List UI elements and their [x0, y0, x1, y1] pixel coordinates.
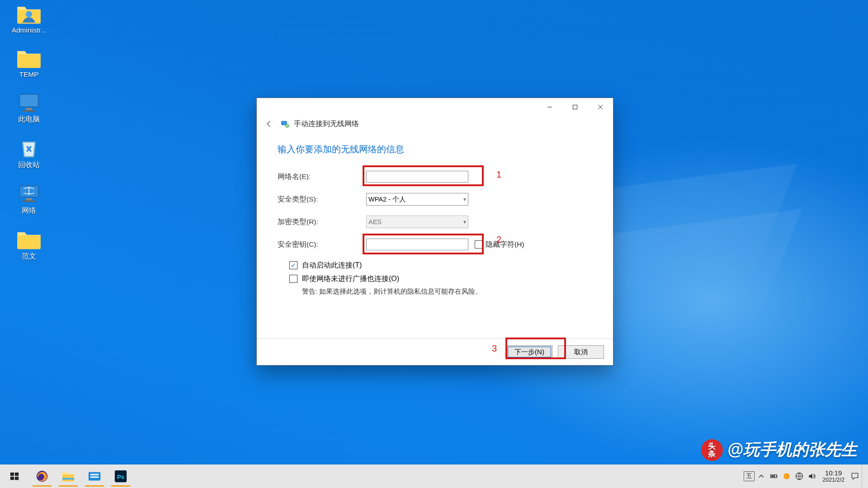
svg-rect-17	[90, 474, 99, 475]
administrator-icon[interactable]: Administr...	[6, 4, 52, 34]
tray-network-icon[interactable]	[793, 470, 805, 482]
taskbar-left: Ps	[0, 465, 133, 488]
tray-app-icon[interactable]	[781, 470, 793, 482]
back-button[interactable]	[262, 117, 276, 131]
clock-date: 2021/2/2	[822, 477, 844, 483]
svg-rect-18	[90, 476, 99, 478]
auto-start-checkbox[interactable]: ✓	[289, 261, 297, 269]
security-type-value: WPA2 - 个人	[368, 195, 406, 204]
security-type-select[interactable]: WPA2 - 个人 ▾	[366, 193, 468, 206]
tray-battery-icon[interactable]	[768, 470, 780, 482]
svg-rect-3	[23, 110, 35, 111]
wifi-manual-connect-dialog: 手动连接到无线网络 输入你要添加的无线网络的信息 网络名(E): 安全类型(S)…	[256, 98, 613, 366]
start-button[interactable]	[1, 465, 28, 488]
user-folder-icon	[16, 4, 42, 24]
action-center-icon[interactable]	[849, 470, 861, 482]
taskbar: Ps 五 10:19 2021/2/2	[0, 465, 868, 488]
taskbar-firefox[interactable]	[30, 465, 54, 487]
icon-label: 回收站	[18, 160, 40, 170]
dialog-footer: 下一步(N) 取消	[257, 338, 613, 365]
svg-point-0	[26, 11, 32, 17]
chevron-down-icon: ▾	[463, 196, 466, 202]
titlebar	[257, 98, 613, 116]
watermark-text: @玩手机的张先生	[727, 439, 857, 461]
svg-rect-6	[23, 200, 35, 202]
svg-point-9	[285, 124, 289, 127]
svg-rect-7	[573, 105, 577, 109]
network-name-field[interactable]	[366, 171, 468, 183]
watermark-badge: 头条	[701, 439, 723, 461]
maximize-button[interactable]	[562, 98, 588, 116]
dialog-body: 输入你要添加的无线网络的信息 网络名(E): 安全类型(S): WPA2 - 个…	[257, 133, 613, 338]
taskbar-settings[interactable]	[82, 465, 107, 487]
icon-label: Administr...	[12, 26, 47, 34]
svg-rect-11	[15, 473, 19, 476]
recycle-icon	[16, 138, 42, 159]
wifi-wizard-icon	[280, 119, 289, 128]
taskbar-right: 五 10:19 2021/2/2	[744, 465, 868, 488]
cancel-button[interactable]: 取消	[558, 345, 604, 359]
network-monitor-icon	[16, 183, 42, 204]
auto-start-label: 自动启动此连接(T)	[302, 261, 362, 270]
fanwen-folder-icon[interactable]: 范文	[6, 229, 52, 261]
svg-rect-23	[771, 475, 775, 477]
recycle-bin-icon[interactable]: 回收站	[6, 138, 52, 170]
minimize-button[interactable]	[537, 98, 562, 116]
svg-point-24	[784, 473, 790, 479]
svg-rect-12	[10, 477, 14, 480]
taskbar-photoshop[interactable]: Ps	[108, 465, 133, 487]
icon-label: 网络	[22, 206, 36, 216]
svg-rect-5	[26, 198, 32, 200]
breadcrumb: 手动连接到无线网络	[257, 116, 613, 133]
monitor-icon	[16, 92, 42, 113]
dialog-title: 手动连接到无线网络	[294, 119, 359, 129]
folder-icon	[16, 229, 42, 250]
hide-characters-checkbox[interactable]	[475, 240, 483, 249]
network-icon[interactable]: 网络	[6, 183, 52, 216]
taskbar-file-explorer[interactable]	[56, 465, 80, 487]
encryption-type-label: 加密类型(R):	[278, 217, 366, 227]
ime-indicator[interactable]: 五	[744, 471, 755, 481]
security-type-label: 安全类型(S):	[278, 195, 366, 204]
dialog-heading: 输入你要添加的无线网络的信息	[278, 143, 592, 155]
svg-rect-10	[10, 473, 14, 476]
clock-time: 10:19	[825, 469, 842, 477]
icon-label: 此电脑	[18, 115, 40, 124]
desktop-icons: Administr... TEMP 此电脑 回收站 网络	[6, 4, 52, 261]
svg-rect-15	[62, 478, 74, 480]
security-key-field[interactable]	[366, 239, 468, 250]
icon-label: TEMP	[19, 70, 38, 79]
svg-rect-2	[26, 108, 32, 110]
security-key-label: 安全密钥(C):	[278, 240, 366, 249]
temp-folder-icon[interactable]: TEMP	[6, 48, 52, 79]
tray-volume-icon[interactable]	[806, 470, 818, 482]
svg-rect-13	[15, 477, 19, 480]
chevron-down-icon: ▾	[463, 219, 466, 225]
this-pc-icon[interactable]: 此电脑	[6, 92, 52, 124]
network-name-label: 网络名(E):	[278, 172, 366, 182]
encryption-type-select: AES ▾	[366, 216, 468, 228]
show-desktop-button[interactable]	[862, 465, 867, 488]
warning-text: 警告: 如果选择此选项，则计算机的隐私信息可能存在风险。	[302, 287, 592, 296]
tray-chevron-up-icon[interactable]	[755, 470, 767, 482]
svg-rect-1	[19, 94, 38, 107]
desktop: Administr... TEMP 此电脑 回收站 网络	[0, 0, 868, 488]
folder-icon	[16, 48, 42, 69]
watermark: 头条 @玩手机的张先生	[701, 439, 857, 461]
connect-hidden-label: 即使网络未进行广播也连接(O)	[302, 274, 399, 284]
connect-hidden-checkbox[interactable]	[289, 275, 297, 283]
icon-label: 范文	[22, 252, 36, 261]
hide-characters-label: 隐藏字符(H)	[486, 240, 524, 249]
svg-text:Ps: Ps	[117, 474, 124, 480]
taskbar-clock[interactable]: 10:19 2021/2/2	[819, 469, 848, 483]
close-button[interactable]	[588, 98, 613, 116]
next-button[interactable]: 下一步(N)	[506, 345, 552, 359]
svg-rect-22	[777, 475, 778, 477]
encryption-type-value: AES	[368, 218, 382, 225]
